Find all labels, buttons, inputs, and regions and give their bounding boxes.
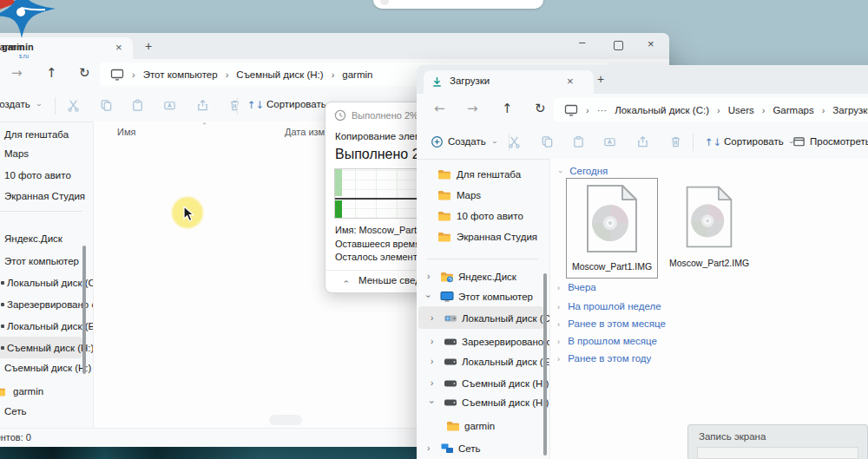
create-button[interactable]: Создать (0, 99, 30, 109)
file-tile-moscow-part2[interactable]: Moscow_Part2.IMG (666, 181, 753, 274)
view-icon[interactable] (792, 135, 806, 148)
chevron-right-icon[interactable]: › (427, 272, 430, 281)
paste-icon[interactable] (572, 135, 585, 148)
sort-button[interactable]: Сортировать (266, 99, 326, 109)
chevron-down-icon[interactable]: › (427, 401, 437, 403)
paste-icon[interactable] (131, 99, 144, 112)
create-dropdown-icon[interactable]: › (35, 104, 43, 107)
recorder-toolbar-widget[interactable]: › (373, 0, 543, 9)
sort-arrows-icon[interactable]: ↑↓ (705, 136, 721, 148)
network-icon (440, 442, 454, 456)
chevron-right-icon: › (762, 105, 766, 115)
explorer-window-downloads: Загрузки × + ← → ↑ ↻ › ··· Локальный дис… (417, 65, 868, 459)
group-header-last-week[interactable]: › На прошлой неделе (557, 301, 661, 311)
nav-forward-button[interactable]: → (467, 101, 478, 116)
tab-downloads[interactable]: Загрузки × (424, 70, 594, 94)
view-button[interactable]: Просмотреть (810, 136, 868, 147)
dialog-time-left: Оставшееся время: (335, 239, 423, 249)
file-tile-moscow-part1[interactable]: Moscow_Part1.IMG (566, 178, 658, 279)
column-header-name[interactable]: Имя (117, 127, 135, 137)
sort-button[interactable]: Сортировать (724, 136, 784, 147)
cut-icon[interactable] (508, 135, 521, 148)
sidebar-scrollbar[interactable] (82, 246, 86, 374)
garmin-compass-logo-icon (0, 0, 73, 42)
cut-icon[interactable] (67, 99, 80, 112)
chevron-right-icon[interactable]: › (427, 443, 430, 453)
breadcrumb-ellipsis[interactable]: ··· (597, 105, 608, 115)
chevron-right-icon: › (332, 69, 335, 80)
create-plus-icon[interactable] (431, 135, 444, 148)
breadcrumb-users[interactable]: Users (728, 105, 754, 115)
nav-refresh-button[interactable]: ↻ (535, 101, 546, 116)
record-panel-title: Запись экрана (699, 431, 766, 442)
nav-up-button[interactable]: ↑ (46, 65, 57, 81)
delete-icon[interactable] (669, 135, 682, 148)
chevron-right-icon: › (557, 284, 560, 292)
nav-refresh-button[interactable]: ↻ (79, 65, 90, 81)
download-icon (431, 75, 444, 89)
chevron-right-icon[interactable]: › (431, 313, 433, 323)
sidebar-divider (427, 259, 538, 259)
drive-icon (1, 303, 4, 306)
new-tab-button[interactable]: + (597, 72, 604, 86)
tab-close-icon[interactable]: × (567, 75, 574, 88)
folder-icon (0, 384, 6, 398)
mouse-cursor (183, 206, 195, 222)
sort-arrows-icon[interactable]: ↑↓ (247, 99, 264, 111)
horizontal-scrollbar-thumb[interactable] (269, 415, 302, 425)
breadcrumb-removable-h[interactable]: Съемный диск (H:) (236, 69, 323, 80)
copy-icon[interactable] (541, 135, 554, 148)
share-icon[interactable] (196, 99, 209, 112)
screen-record-panel[interactable]: Запись экрана (687, 424, 868, 459)
record-panel-field[interactable] (697, 447, 858, 459)
nav-back-button[interactable]: ← (434, 101, 445, 116)
close-window-button[interactable]: × (648, 37, 654, 50)
tab-close-icon[interactable]: × (115, 41, 122, 54)
group-header-earlier-this-month[interactable]: › Ранее в этом месяце (557, 318, 666, 329)
folder-icon (437, 188, 451, 202)
chevron-down-icon[interactable]: › (424, 295, 433, 298)
folder-icon (437, 230, 451, 244)
breadcrumb-garmin[interactable]: garmin (342, 69, 372, 80)
rename-icon[interactable] (163, 99, 176, 112)
breadcrumb-this-pc[interactable]: Этот компьютер (143, 69, 218, 80)
group-header-yesterday[interactable]: › Вчера (557, 282, 596, 292)
share-icon[interactable] (636, 135, 649, 148)
group-header-last-month[interactable]: › В прошлом месяце (557, 336, 657, 346)
chevron-right-icon[interactable]: › (431, 357, 433, 366)
sidebar-scrollbar[interactable] (543, 273, 547, 456)
breadcrumb-garmaps[interactable]: Garmaps (773, 105, 813, 115)
create-button[interactable]: Создать (448, 136, 486, 147)
chevron-right-icon[interactable]: › (431, 337, 433, 346)
toolbar-separator (693, 134, 694, 151)
breadcrumb[interactable]: › ··· Локальный диск (C:) › Users › Garm… (554, 98, 868, 121)
drive-icon (1, 346, 4, 350)
nav-up-button[interactable]: ↑ (502, 101, 513, 116)
watermark-brand-text: garmin (2, 42, 34, 52)
new-tab-button[interactable]: + (145, 39, 152, 53)
breadcrumb-downloads[interactable]: Загрузки (832, 105, 868, 115)
drive-icon (1, 281, 4, 285)
clock-icon (334, 109, 346, 121)
minimize-button[interactable]: – (579, 36, 585, 49)
drive-icon (444, 377, 457, 390)
nav-forward-button[interactable]: → (11, 65, 23, 81)
group-header-today[interactable]: › Сегодня (559, 166, 608, 176)
column-sort-arrow-icon: › (201, 122, 208, 125)
copy-icon[interactable] (100, 99, 113, 112)
create-dropdown-icon[interactable]: › (490, 141, 499, 144)
disc-image-file-icon (684, 185, 734, 249)
maximize-button[interactable] (614, 41, 623, 50)
chevron-right-icon: › (557, 355, 560, 364)
chevron-right-icon[interactable]: › (431, 378, 433, 388)
group-label: Сегодня (569, 166, 608, 176)
delete-icon[interactable] (228, 99, 241, 112)
breadcrumb-disk-c[interactable]: Локальный диск (C:) (615, 105, 709, 115)
file-name: Moscow_Part1.IMG (567, 261, 657, 272)
chevron-right-icon: › (226, 69, 229, 80)
chevron-right-icon: › (717, 105, 720, 115)
toolbar-separator (55, 97, 56, 115)
group-header-earlier-this-year[interactable]: › Ранее в этом году (557, 353, 651, 364)
rename-icon[interactable] (603, 135, 616, 148)
chart-bar-light (335, 169, 342, 196)
